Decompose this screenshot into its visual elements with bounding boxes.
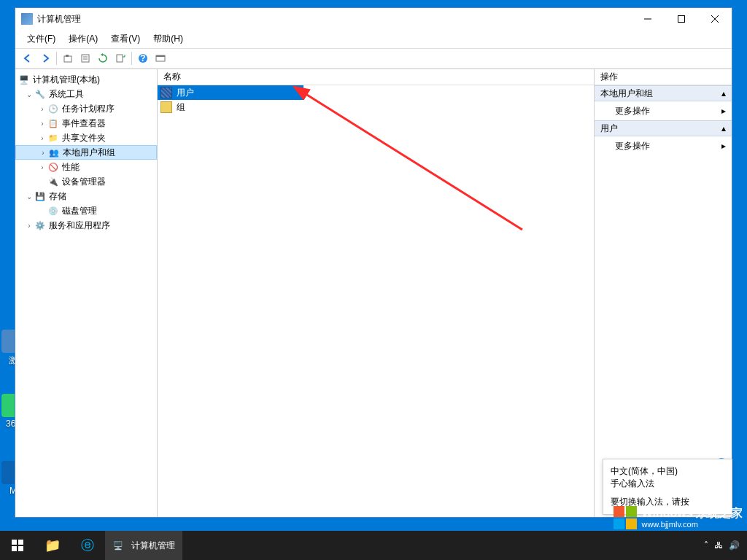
svg-rect-15 <box>12 540 17 545</box>
list-item-groups[interactable]: 组 <box>158 100 594 114</box>
expand-icon[interactable]: › <box>37 163 47 171</box>
taskbar-edge[interactable]: ⓔ <box>70 531 105 560</box>
tray-chevron-icon[interactable]: ˄ <box>704 540 708 551</box>
device-icon: 🔌 <box>47 176 59 187</box>
titlebar[interactable]: 计算机管理 <box>15 8 732 30</box>
actions-pane: 操作 本地用户和组 ▴ 更多操作 ▸ 用户 ▴ 更多操作 ▸ <box>595 69 732 517</box>
tree-root[interactable]: 🖥️ 计算机管理(本地) <box>15 72 157 87</box>
menu-action[interactable]: 操作(A) <box>63 31 104 47</box>
computer-management-window: 计算机管理 文件(F) 操作(A) 查看(V) 帮助(H) ? 🖥️ 计算机管理… <box>15 7 732 518</box>
tree-performance[interactable]: › 🚫 性能 <box>15 160 157 174</box>
tree-event-viewer[interactable]: › 📋 事件查看器 <box>15 116 157 131</box>
menu-help[interactable]: 帮助(H) <box>147 31 189 47</box>
disk-icon: 💿 <box>47 205 59 217</box>
ime-hint: 要切换输入法，请按 <box>611 496 724 508</box>
tree-task-scheduler[interactable]: › 🕒 任务计划程序 <box>15 101 157 116</box>
item-list[interactable]: 用户 组 <box>158 85 594 517</box>
up-button[interactable] <box>60 50 76 66</box>
tray-network-icon[interactable]: 🖧 <box>714 540 723 551</box>
svg-rect-1 <box>678 16 685 23</box>
chevron-right-icon: ▸ <box>721 141 726 151</box>
help-button[interactable]: ? <box>135 50 151 66</box>
close-button[interactable] <box>698 8 732 30</box>
properties-button[interactable] <box>77 50 93 66</box>
svg-rect-9 <box>117 55 123 62</box>
ime-lang: 中文(简体，中国) <box>611 465 724 478</box>
collapse-icon[interactable]: ⌄ <box>24 90 34 98</box>
tray-volume-icon[interactable]: 🔊 <box>729 540 740 551</box>
svg-rect-6 <box>82 55 89 62</box>
tree-system-tools[interactable]: ⌄ 🔧 系统工具 <box>15 87 157 101</box>
expand-icon[interactable]: › <box>24 222 34 230</box>
collapse-icon[interactable]: ⌄ <box>24 192 34 201</box>
svg-text:?: ? <box>140 53 145 63</box>
list-item-users[interactable]: 用户 <box>158 85 303 100</box>
tree-services-apps[interactable]: › ⚙️ 服务和应用程序 <box>15 218 157 233</box>
app-icon: 🖥️ <box>112 540 124 551</box>
folder-icon <box>160 87 172 98</box>
ime-popup: 中文(简体，中国) 手心输入法 要切换输入法，请按 <box>603 459 732 515</box>
taskbar[interactable]: 📁 ⓔ 🖥️ 计算机管理 ˄ 🖧 🔊 <box>0 531 747 560</box>
app-icon <box>21 13 33 25</box>
svg-rect-16 <box>18 540 23 545</box>
chevron-right-icon: ▸ <box>721 106 726 116</box>
content-pane: 名称 用户 组 <box>158 69 595 517</box>
menubar: 文件(F) 操作(A) 查看(V) 帮助(H) <box>15 30 732 48</box>
tree-shared-folders[interactable]: › 📁 共享文件夹 <box>15 131 157 145</box>
services-icon: ⚙️ <box>34 219 46 231</box>
event-icon: 📋 <box>47 117 59 129</box>
svg-rect-17 <box>12 546 17 551</box>
menu-view[interactable]: 查看(V) <box>105 31 146 47</box>
chevron-up-icon: ▴ <box>721 88 726 98</box>
svg-rect-4 <box>64 56 71 62</box>
actions-more-1[interactable]: 更多操作 ▸ <box>595 101 732 120</box>
svg-rect-18 <box>18 546 23 551</box>
menu-file[interactable]: 文件(F) <box>21 31 61 47</box>
folder-share-icon: 📁 <box>47 132 59 144</box>
tree-local-users-groups[interactable]: › 👥 本地用户和组 <box>15 145 157 160</box>
svg-rect-5 <box>66 55 69 57</box>
actions-more-2[interactable]: 更多操作 ▸ <box>595 136 732 155</box>
export-button[interactable] <box>112 50 128 66</box>
back-button[interactable] <box>20 50 36 66</box>
window-title: 计算机管理 <box>37 13 631 26</box>
toolbar: ? <box>15 48 732 69</box>
start-button[interactable] <box>0 531 35 560</box>
clock-icon: 🕒 <box>47 103 59 114</box>
minimize-button[interactable] <box>631 8 665 30</box>
folder-icon: 📁 <box>44 537 61 553</box>
expand-icon[interactable]: › <box>37 105 47 113</box>
expand-icon[interactable]: › <box>37 134 47 142</box>
folder-icon <box>160 101 172 113</box>
ime-name: 手心输入法 <box>611 478 724 490</box>
chevron-up-icon: ▴ <box>721 123 726 133</box>
edge-icon: ⓔ <box>81 537 94 554</box>
expand-icon[interactable]: › <box>37 120 47 128</box>
column-header-name[interactable]: 名称 <box>158 69 594 85</box>
tree-disk-management[interactable]: 💿 磁盘管理 <box>15 203 157 218</box>
view-button[interactable] <box>152 50 169 66</box>
expand-icon[interactable]: › <box>38 149 48 157</box>
actions-header: 操作 <box>595 69 732 85</box>
system-tray[interactable]: ˄ 🖧 🔊 <box>704 540 747 551</box>
users-icon: 👥 <box>48 147 60 158</box>
tree-device-manager[interactable]: 🔌 设备管理器 <box>15 174 157 189</box>
forward-button[interactable] <box>37 50 53 66</box>
taskbar-app-compmgmt[interactable]: 🖥️ 计算机管理 <box>105 531 182 560</box>
performance-icon: 🚫 <box>47 161 59 173</box>
tools-icon: 🔧 <box>34 88 46 100</box>
navigation-tree[interactable]: 🖥️ 计算机管理(本地) ⌄ 🔧 系统工具 › 🕒 任务计划程序 › 📋 事件查… <box>15 69 158 517</box>
svg-rect-13 <box>156 55 165 57</box>
refresh-button[interactable] <box>95 50 111 66</box>
storage-icon: 💾 <box>34 190 46 202</box>
tree-storage[interactable]: ⌄ 💾 存储 <box>15 189 157 203</box>
taskbar-explorer[interactable]: 📁 <box>35 531 70 560</box>
actions-section-lug[interactable]: 本地用户和组 ▴ <box>595 85 732 101</box>
maximize-button[interactable] <box>665 8 698 30</box>
actions-section-users[interactable]: 用户 ▴ <box>595 120 732 136</box>
computer-icon: 🖥️ <box>18 74 30 85</box>
